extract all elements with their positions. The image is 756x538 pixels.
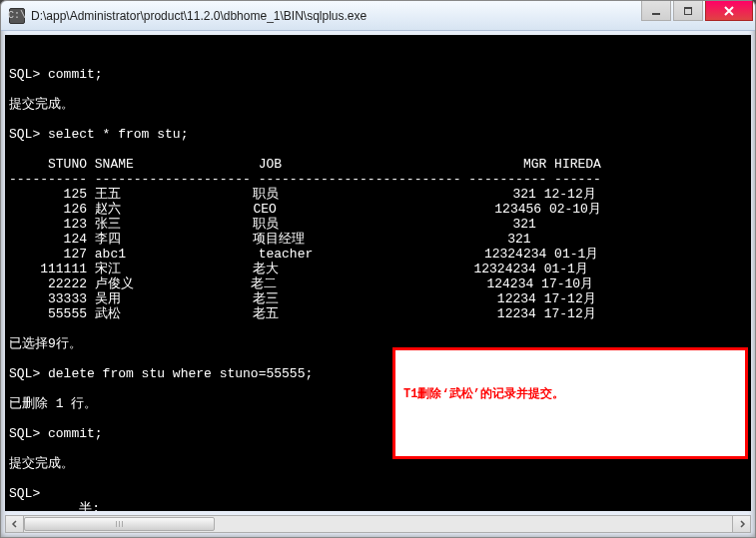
window-title: D:\app\Administrator\product\11.2.0\dbho… (31, 9, 367, 23)
window-controls (639, 1, 753, 21)
chevron-right-icon (738, 520, 746, 528)
minimize-icon (651, 6, 661, 16)
maximize-icon (683, 6, 693, 16)
scrollbar-thumb[interactable] (24, 517, 215, 531)
annotation-callout: T1删除‘武松’的记录并提交。 (392, 347, 748, 459)
app-icon: C:\ (9, 8, 25, 24)
close-icon (723, 6, 735, 16)
horizontal-scrollbar[interactable] (5, 515, 751, 533)
scroll-left-button[interactable] (6, 516, 24, 532)
chevron-left-icon (11, 520, 19, 528)
terminal-client-area[interactable]: SQL> commit; 提交完成。 SQL> select * from st… (5, 35, 751, 511)
application-window: C:\ D:\app\Administrator\product\11.2.0\… (0, 0, 756, 538)
scrollbar-track[interactable] (24, 516, 732, 532)
annotation-text: T1删除‘武松’的记录并提交。 (395, 380, 745, 408)
svg-rect-0 (652, 13, 660, 15)
scroll-right-button[interactable] (732, 516, 750, 532)
minimize-button[interactable] (641, 1, 671, 21)
close-button[interactable] (705, 1, 753, 21)
maximize-button[interactable] (673, 1, 703, 21)
titlebar[interactable]: C:\ D:\app\Administrator\product\11.2.0\… (1, 1, 755, 31)
svg-rect-2 (684, 7, 692, 9)
